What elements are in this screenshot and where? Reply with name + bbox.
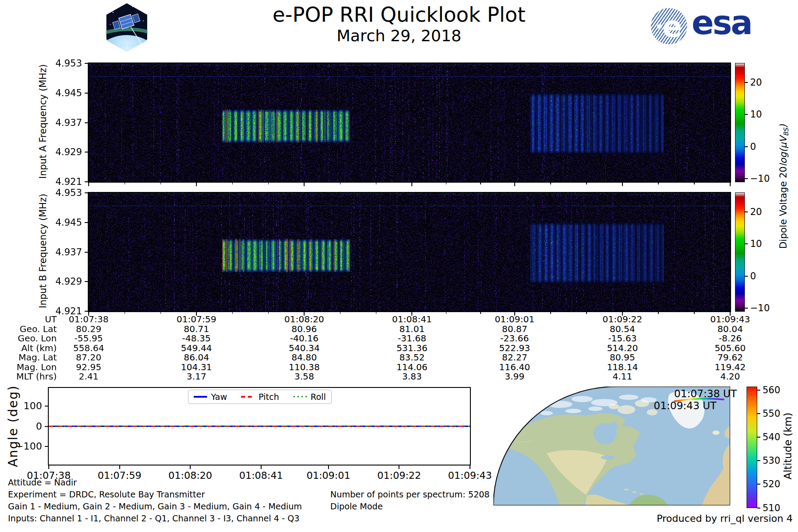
x-tick-minor: [480, 312, 481, 314]
table-cell: 505.60: [686, 344, 775, 353]
x-tick-minor: [550, 183, 551, 184]
table-cell: 01:09:22: [578, 315, 667, 324]
x-tick-major: [304, 183, 305, 186]
cassiope-logo-text: CASSIOPE: [112, 43, 141, 48]
altitude-colorbar: [747, 387, 757, 508]
table-cell: 558.64: [44, 344, 133, 353]
dipole-label-prefix: Dipole Voltage 20: [778, 166, 789, 249]
y-tick-label: 4.945: [22, 88, 82, 98]
table-cell: 531.36: [368, 344, 456, 353]
esa-logo-text: esa: [692, 4, 751, 42]
altitude-tick: [757, 460, 760, 461]
y-tick: [85, 311, 89, 312]
table-cell: 4.20: [686, 372, 775, 381]
spectrogram-a-canvas: [89, 63, 730, 182]
table-cell: 3.83: [368, 372, 456, 381]
table-cell: 87.20: [44, 353, 133, 362]
x-tick-minor: [125, 312, 125, 314]
x-tick-major: [730, 183, 731, 186]
table-cell: 114.06: [368, 363, 456, 372]
colorbar-tick: [745, 114, 748, 115]
table-cell: 92.95: [44, 363, 133, 372]
angle-x-tick-label: 01:08:20: [150, 471, 230, 481]
table-cell: 3.17: [152, 372, 241, 381]
legend-label-pitch: Pitch: [258, 392, 279, 402]
points-per-spectrum-annotation: Number of points per spectrum: 5208: [330, 489, 489, 500]
x-tick-minor: [160, 312, 161, 314]
colorbar-tick-label: 10: [750, 239, 762, 249]
attitude-legend: Yaw Pitch Roll: [188, 390, 332, 404]
table-cell: 01:09:01: [470, 315, 559, 324]
y-tick: [85, 252, 89, 253]
x-tick-minor: [268, 183, 269, 184]
angle-x-tick: [190, 466, 191, 469]
cassiope-logo: CASSIOPE: [104, 1, 149, 55]
table-cell: 2.41: [44, 372, 133, 381]
altitude-tick-label: 560: [763, 385, 780, 395]
x-tick-minor: [658, 312, 659, 314]
altitude-tick: [757, 390, 760, 391]
table-cell: 80.87: [470, 325, 559, 334]
table-cell: 522.93: [470, 344, 559, 353]
y-tick: [85, 222, 89, 223]
angle-y-tick-label: 100: [0, 401, 42, 411]
altitude-tick-label: 530: [763, 456, 780, 466]
altitude-tick: [757, 508, 760, 509]
angle-x-tick-label: 01:09:22: [359, 471, 439, 481]
map-hudson-north: [609, 422, 618, 431]
pitch-line-icon: [241, 396, 254, 398]
table-cell: 549.44: [152, 344, 241, 353]
altitude-tick-label: 550: [763, 409, 780, 419]
x-tick-minor: [340, 183, 341, 184]
dipole-label-italic: log(μV: [778, 136, 789, 166]
spectrogram-panel-b: [88, 192, 731, 312]
x-tick-major: [88, 183, 89, 186]
angle-x-tick: [469, 466, 470, 469]
x-tick-minor: [125, 183, 125, 184]
x-tick-minor: [550, 312, 551, 314]
y-tick-label: 4.953: [22, 188, 82, 198]
map-hispaniola: [632, 491, 637, 493]
table-cell: 86.04: [152, 353, 241, 362]
angle-x-tick: [119, 466, 120, 469]
x-tick-minor: [340, 312, 341, 314]
table-cell: 01:07:59: [152, 315, 241, 324]
table-cell: 80.54: [578, 325, 667, 334]
table-cell: -8.26: [686, 334, 775, 343]
angle-x-tick: [48, 466, 49, 469]
esa-logo: e esa: [651, 7, 757, 48]
x-tick-minor: [694, 183, 695, 184]
table-cell: 80.95: [578, 353, 667, 362]
table-cell: 540.34: [260, 344, 348, 353]
roll-line-icon: [293, 396, 307, 398]
altitude-colorbar-label: Altitude (km): [782, 393, 794, 499]
track-end-label: 01:09:43 UT: [630, 400, 716, 411]
esa-globe-dot: [657, 24, 662, 29]
colorbar-tick: [745, 276, 748, 277]
colorbar-tick-label: −10: [750, 174, 770, 184]
dipole-colorbar-b: [735, 192, 745, 312]
y-tick-label: 4.937: [22, 118, 82, 128]
table-cell: 119.42: [686, 363, 775, 372]
map-cuba: [624, 489, 629, 490]
dipole-label-close: ): [778, 125, 789, 128]
x-tick-minor: [586, 183, 587, 184]
dipole-colorbar-a: [735, 63, 745, 182]
y-tick-label: 4.929: [22, 147, 82, 157]
angle-x-tick: [261, 466, 262, 469]
table-cell: -23.66: [470, 334, 559, 343]
x-tick-minor: [376, 312, 377, 314]
table-cell: 110.38: [260, 363, 348, 372]
table-cell: 79.62: [686, 353, 775, 362]
colorbar-tick-label: 10: [750, 110, 762, 119]
table-cell: 80.04: [686, 325, 775, 334]
legend-entry-pitch: Pitch: [241, 392, 279, 402]
y-tick-label: 4.929: [22, 277, 82, 286]
dipole-label-sub: BS: [782, 128, 790, 137]
x-tick-major: [622, 183, 623, 186]
y-tick: [85, 63, 89, 64]
colorbar-tick-label: 0: [750, 271, 756, 281]
x-tick-minor: [376, 183, 377, 184]
x-tick-major: [411, 183, 412, 186]
angle-y-tick: [45, 426, 49, 427]
